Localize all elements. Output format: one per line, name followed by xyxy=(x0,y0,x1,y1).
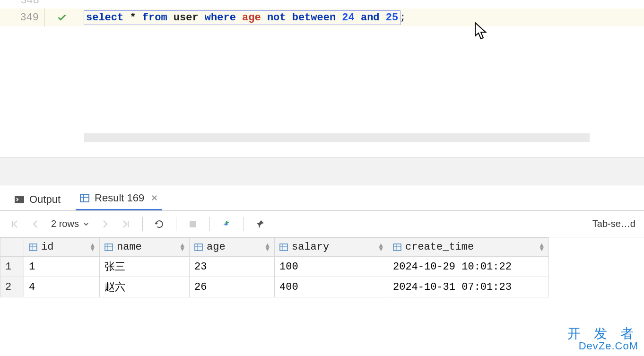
editor-horizontal-scrollbar[interactable] xyxy=(84,133,590,142)
cell-id[interactable]: 1 xyxy=(24,257,100,277)
row-number: 2 xyxy=(0,277,24,297)
column-header-salary[interactable]: salary ▲▼ xyxy=(275,238,388,257)
result-tabs: Output Result 169 ✕ xyxy=(0,185,644,211)
header-row: id ▲▼ name ▲▼ age ▲▼ xyxy=(0,238,549,257)
column-label: create_time xyxy=(405,241,474,253)
result-toolbar: 2 rows Tab-se…d xyxy=(0,211,644,237)
svg-rect-0 xyxy=(15,196,24,203)
column-icon xyxy=(393,243,401,252)
code-line[interactable] xyxy=(79,0,644,9)
line-number-current: 349 xyxy=(0,9,45,26)
stop-button[interactable] xyxy=(185,216,201,232)
sort-icon[interactable]: ▲▼ xyxy=(91,243,95,251)
sort-icon[interactable]: ▲▼ xyxy=(266,243,270,251)
sort-icon[interactable]: ▲▼ xyxy=(379,243,383,251)
cell-name[interactable]: 赵六 xyxy=(100,277,190,297)
row-number: 1 xyxy=(0,257,24,277)
tab-label: Output xyxy=(29,193,61,206)
column-label: salary xyxy=(292,241,329,253)
column-header-create-time[interactable]: create_time ▲▼ xyxy=(388,238,549,257)
column-label: id xyxy=(41,241,53,253)
transpose-button[interactable] xyxy=(218,216,235,232)
svg-rect-4 xyxy=(190,221,196,227)
tab-output[interactable]: Output xyxy=(10,189,64,210)
check-icon xyxy=(57,12,67,23)
tab-result[interactable]: Result 169 ✕ xyxy=(76,187,162,210)
svg-rect-17 xyxy=(393,244,401,251)
cell-create-time[interactable]: 2024-10-29 10:01:22 xyxy=(388,257,549,277)
column-header-age[interactable]: age ▲▼ xyxy=(190,238,275,257)
column-header-id[interactable]: id ▲▼ xyxy=(24,238,100,257)
rows-count-dropdown[interactable]: 2 rows xyxy=(48,218,92,229)
semicolon: ; xyxy=(400,12,406,24)
table-row[interactable]: 2 4 赵六 26 400 2024-10-31 07:01:23 xyxy=(0,277,549,297)
watermark: 开 发 者 DevZe.CoM xyxy=(567,327,638,351)
svg-rect-1 xyxy=(80,194,89,202)
next-page-button[interactable] xyxy=(97,216,113,232)
sort-icon[interactable]: ▲▼ xyxy=(540,243,544,251)
terminal-icon xyxy=(14,194,25,205)
svg-rect-8 xyxy=(105,244,113,251)
column-icon xyxy=(279,243,288,252)
code-line-current[interactable]: select * from user where age not between… xyxy=(79,9,644,26)
sql-statement[interactable]: select * from user where age not between… xyxy=(84,10,400,25)
line-number: 348 xyxy=(0,0,45,9)
cell-salary[interactable]: 100 xyxy=(275,257,388,277)
gutter-status-icon xyxy=(45,9,79,26)
cell-age[interactable]: 23 xyxy=(190,257,275,277)
chevron-down-icon xyxy=(83,221,89,227)
last-page-button[interactable] xyxy=(118,216,134,232)
result-grid[interactable]: id ▲▼ name ▲▼ age ▲▼ xyxy=(0,237,644,356)
close-icon[interactable]: ✕ xyxy=(151,193,158,203)
table-row[interactable]: 1 1 张三 23 100 2024-10-29 10:01:22 xyxy=(0,257,549,277)
cell-create-time[interactable]: 2024-10-31 07:01:23 xyxy=(388,277,549,297)
panel-divider[interactable] xyxy=(0,157,644,185)
svg-rect-11 xyxy=(195,244,202,251)
svg-rect-14 xyxy=(280,244,287,251)
pin-button[interactable] xyxy=(252,216,268,232)
tab-label: Result 169 xyxy=(95,192,144,204)
column-icon xyxy=(194,243,203,252)
view-mode-label[interactable]: Tab-se…d xyxy=(592,218,637,229)
rows-count-label: 2 rows xyxy=(51,218,79,229)
prev-page-button[interactable] xyxy=(27,216,44,232)
cell-age[interactable]: 26 xyxy=(190,277,275,297)
sort-icon[interactable]: ▲▼ xyxy=(181,243,184,251)
reload-button[interactable] xyxy=(151,216,167,232)
gutter-mark xyxy=(45,0,79,9)
rownum-header[interactable] xyxy=(0,238,24,257)
svg-rect-5 xyxy=(29,244,37,251)
column-icon xyxy=(29,243,37,252)
column-header-name[interactable]: name ▲▼ xyxy=(100,238,190,257)
sql-editor[interactable]: 348 349 select * from user where age not… xyxy=(0,0,644,157)
column-icon xyxy=(104,243,113,252)
cell-id[interactable]: 4 xyxy=(24,277,100,297)
column-label: name xyxy=(117,241,142,253)
first-page-button[interactable] xyxy=(7,216,23,232)
cell-salary[interactable]: 400 xyxy=(275,277,388,297)
table-icon xyxy=(79,193,90,203)
cell-name[interactable]: 张三 xyxy=(100,257,190,277)
column-label: age xyxy=(207,241,226,253)
